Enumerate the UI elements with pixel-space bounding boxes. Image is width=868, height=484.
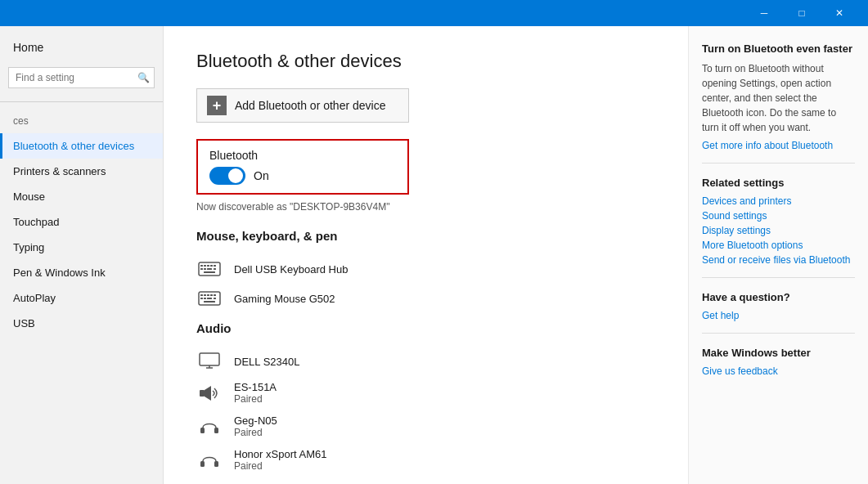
sidebar-search: 🔍 [8, 67, 155, 88]
right-panel: Turn on Bluetooth even faster To turn on… [688, 26, 868, 484]
device-info: Gaming Mouse G502 [234, 293, 335, 305]
maximize-button[interactable]: □ [783, 0, 821, 26]
sidebar: Home 🔍 ces Bluetooth & other devices Pri… [0, 26, 164, 484]
svg-rect-25 [200, 390, 205, 397]
sidebar-item-bluetooth[interactable]: Bluetooth & other devices [0, 133, 163, 159]
minimize-button[interactable]: ─ [745, 0, 783, 26]
device-row: Dell USB Keyboard Hub [196, 254, 655, 284]
feedback-title: Make Windows better [702, 347, 855, 359]
svg-rect-13 [204, 294, 206, 296]
device-info: ES-151A Paired [234, 381, 277, 405]
page-title: Bluetooth & other devices [196, 51, 655, 72]
related-link-4[interactable]: Send or receive files via Bluetooth [702, 254, 855, 266]
title-bar-controls: ─ □ ✕ [745, 0, 858, 26]
svg-rect-29 [200, 461, 205, 467]
device-status: Paired [234, 393, 277, 405]
device-row: Gaming Mouse G502 [196, 284, 655, 313]
device-name: Geg-N05 [234, 415, 277, 427]
sidebar-item-usb[interactable]: USB [0, 311, 163, 336]
panel-divider [702, 333, 855, 334]
panel-divider [702, 163, 855, 164]
svg-rect-4 [210, 265, 213, 267]
svg-rect-7 [204, 268, 206, 270]
close-button[interactable]: ✕ [821, 0, 858, 26]
audio-section-title: Audio [196, 321, 655, 335]
svg-rect-17 [200, 298, 203, 299]
device-status: Paired [234, 460, 326, 472]
bluetooth-toggle-label: On [254, 169, 269, 182]
svg-rect-6 [200, 268, 203, 270]
add-device-button[interactable]: + Add Bluetooth or other device [196, 88, 409, 123]
svg-rect-5 [214, 265, 216, 267]
sidebar-item-home[interactable]: Home [0, 34, 163, 60]
related-link-1[interactable]: Sound settings [702, 210, 855, 222]
bluetooth-section-title: Bluetooth [209, 149, 396, 162]
sidebar-item-autoplay[interactable]: AutoPlay [0, 285, 163, 311]
bluetooth-toggle[interactable] [209, 167, 245, 185]
svg-rect-8 [207, 268, 212, 270]
device-name: Honor xSport AM61 [234, 448, 326, 460]
svg-marker-26 [205, 386, 211, 401]
main-content: Bluetooth & other devices + Add Bluetoot… [164, 26, 688, 484]
device-row: DELL S2340L [196, 347, 655, 376]
svg-rect-18 [204, 298, 206, 299]
svg-rect-10 [204, 271, 215, 273]
device-info: DELL S2340L [234, 356, 299, 368]
svg-rect-2 [204, 265, 206, 267]
sidebar-item-touchpad[interactable]: Touchpad [0, 209, 163, 235]
device-name: ES-151A [234, 381, 277, 393]
bluetooth-toggle-row: On [209, 167, 396, 185]
device-name: DELL S2340L [234, 356, 299, 368]
sidebar-item-typing[interactable]: Typing [0, 235, 163, 260]
add-device-label: Add Bluetooth or other device [235, 99, 385, 112]
headphones-icon [196, 417, 223, 437]
device-info: Honor xSport AM61 Paired [234, 448, 326, 472]
sidebar-item-devices[interactable]: ces [0, 109, 163, 133]
keyboard-icon [196, 289, 223, 308]
svg-rect-28 [214, 428, 218, 433]
headphones-icon [196, 450, 223, 470]
sidebar-divider [0, 101, 163, 102]
quick-tip-title: Turn on Bluetooth even faster [702, 43, 855, 55]
have-question-title: Have a question? [702, 291, 855, 303]
toggle-knob [228, 168, 243, 183]
panel-divider [702, 277, 855, 278]
svg-rect-27 [200, 428, 205, 433]
device-status: Paired [234, 427, 277, 438]
app-body: Home 🔍 ces Bluetooth & other devices Pri… [0, 26, 868, 484]
related-settings-title: Related settings [702, 177, 855, 189]
keyboard-icon [196, 259, 223, 279]
add-icon: + [207, 96, 227, 115]
related-link-0[interactable]: Devices and printers [702, 195, 855, 207]
quick-tip-desc: To turn on Bluetooth without opening Set… [702, 61, 855, 135]
get-help-link[interactable]: Get help [702, 310, 855, 321]
feedback-link[interactable]: Give us feedback [702, 365, 855, 377]
device-name: Dell USB Keyboard Hub [234, 263, 348, 276]
svg-rect-20 [214, 298, 216, 299]
svg-rect-21 [204, 301, 215, 302]
svg-rect-14 [207, 294, 209, 296]
device-info: Geg-N05 Paired [234, 415, 277, 438]
device-name: Gaming Mouse G502 [234, 293, 335, 305]
device-row: Yeti Stereo Microphone [196, 477, 655, 484]
svg-rect-3 [207, 265, 209, 267]
sidebar-item-mouse[interactable]: Mouse [0, 184, 163, 209]
device-row: ES-151A Paired [196, 376, 655, 410]
quick-tip-link[interactable]: Get more info about Bluetooth [702, 140, 855, 151]
bluetooth-box: Bluetooth On [196, 139, 409, 195]
search-input[interactable] [8, 67, 155, 88]
monitor-icon [196, 352, 223, 371]
search-icon: 🔍 [137, 72, 150, 83]
svg-rect-9 [214, 268, 216, 270]
related-link-2[interactable]: Display settings [702, 225, 855, 236]
related-link-3[interactable]: More Bluetooth options [702, 240, 855, 251]
device-row: Geg-N05 Paired [196, 410, 655, 443]
discoverable-text: Now discoverable as "DESKTOP-9B36V4M" [196, 201, 655, 213]
sidebar-item-printers[interactable]: Printers & scanners [0, 159, 163, 184]
svg-rect-16 [214, 294, 216, 296]
svg-rect-1 [200, 265, 203, 267]
svg-rect-19 [207, 298, 212, 299]
svg-rect-22 [200, 353, 219, 365]
sidebar-item-pen[interactable]: Pen & Windows Ink [0, 260, 163, 285]
mouse-section-title: Mouse, keyboard, & pen [196, 229, 655, 243]
